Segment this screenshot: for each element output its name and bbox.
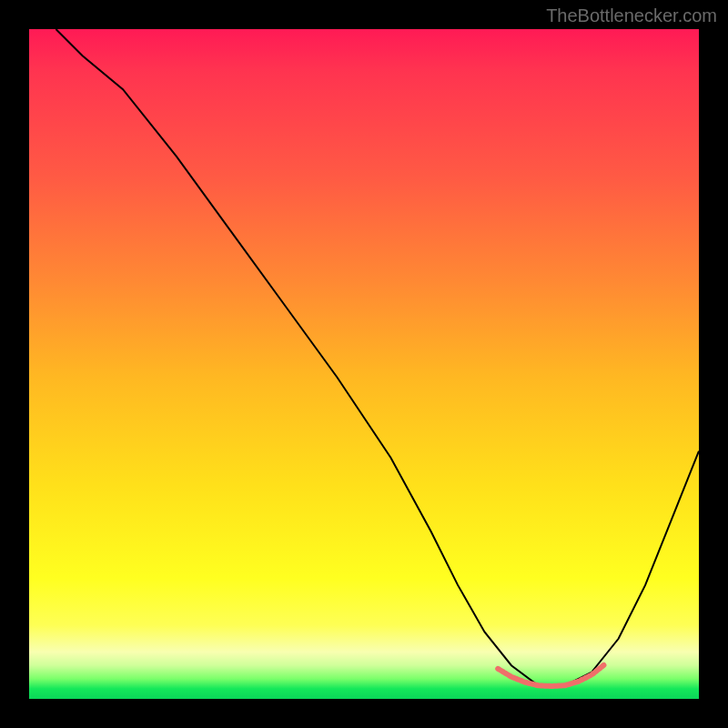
watermark-text: TheBottlenecker.com	[546, 5, 717, 26]
chart-plot-area	[29, 29, 699, 699]
highlight-curve-path	[498, 664, 605, 686]
chart-svg	[29, 29, 699, 699]
main-curve-path	[56, 29, 699, 685]
